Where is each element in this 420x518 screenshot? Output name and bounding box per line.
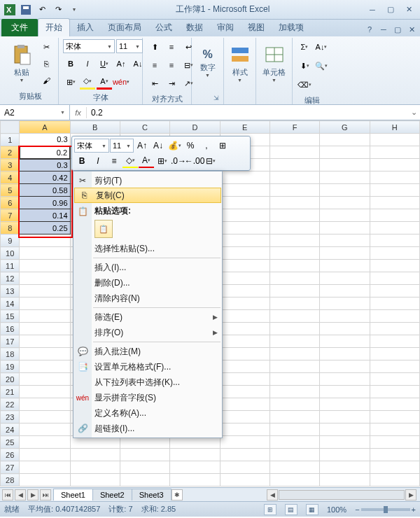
cell-A7[interactable]: 0.14 bbox=[20, 209, 70, 222]
mini-bold[interactable]: B bbox=[74, 154, 90, 168]
cell-G11[interactable] bbox=[320, 260, 370, 272]
zoom-in[interactable]: + bbox=[412, 505, 416, 514]
paste-option-default[interactable]: 📋 bbox=[94, 220, 113, 238]
menu-clear[interactable]: 清除内容(N) bbox=[74, 290, 222, 306]
menu-format-cells[interactable]: 📑设置单元格格式(F)... bbox=[74, 359, 222, 374]
cell-A9[interactable] bbox=[20, 234, 70, 247]
cell-A3[interactable]: 0.3 bbox=[20, 159, 70, 172]
cell-G16[interactable] bbox=[320, 323, 370, 335]
close-workbook-button[interactable]: ✕ bbox=[405, 22, 419, 36]
font-color-button[interactable]: A▾ bbox=[97, 74, 112, 90]
menu-paste-special[interactable]: 选择性粘贴(S)... bbox=[74, 241, 222, 256]
help-button[interactable]: ? bbox=[363, 22, 377, 36]
row-header-9[interactable]: 9 bbox=[1, 234, 20, 247]
redo-button[interactable]: ↷ bbox=[51, 3, 65, 17]
cell-E25[interactable] bbox=[220, 436, 270, 449]
cell-F2[interactable] bbox=[270, 146, 319, 159]
row-header-6[interactable]: 6 bbox=[1, 197, 20, 209]
mini-align[interactable]: ≡ bbox=[106, 154, 122, 168]
select-all-corner[interactable] bbox=[1, 121, 20, 134]
phonetic-button[interactable]: wén▾ bbox=[113, 74, 129, 90]
cell-E12[interactable] bbox=[220, 272, 270, 285]
cell-H27[interactable] bbox=[370, 461, 419, 474]
cell-H28[interactable] bbox=[370, 474, 419, 486]
cell-H17[interactable] bbox=[370, 335, 419, 348]
column-header-E[interactable]: E bbox=[220, 121, 270, 134]
cell-A15[interactable] bbox=[20, 310, 70, 323]
view-page-break[interactable]: ▦ bbox=[306, 504, 318, 515]
paste-button[interactable]: 粘贴 ▼ bbox=[7, 39, 36, 87]
row-header-24[interactable]: 24 bbox=[1, 424, 20, 436]
menu-insert-comment[interactable]: 💬插入批注(M) bbox=[74, 344, 222, 359]
cell-H16[interactable] bbox=[370, 323, 419, 335]
row-header-5[interactable]: 5 bbox=[1, 184, 20, 197]
sheet-nav-last[interactable]: ⏭ bbox=[40, 489, 51, 500]
menu-delete[interactable]: 删除(D)... bbox=[74, 275, 222, 290]
mini-percent[interactable]: % bbox=[183, 139, 198, 153]
cell-A14[interactable] bbox=[20, 298, 70, 310]
row-header-11[interactable]: 11 bbox=[1, 260, 20, 272]
row-header-23[interactable]: 23 bbox=[1, 411, 20, 424]
cell-G1[interactable] bbox=[320, 134, 370, 146]
cell-F9[interactable] bbox=[270, 234, 319, 247]
row-header-12[interactable]: 12 bbox=[1, 272, 20, 285]
tab-layout[interactable]: 页面布局 bbox=[101, 19, 148, 36]
cell-G3[interactable] bbox=[320, 159, 370, 172]
row-header-18[interactable]: 18 bbox=[1, 348, 20, 360]
mini-italic[interactable]: I bbox=[90, 154, 106, 168]
cell-C26[interactable] bbox=[120, 449, 169, 461]
format-painter-button[interactable]: 🖌 bbox=[38, 73, 54, 88]
cell-A22[interactable] bbox=[20, 398, 70, 411]
tab-insert[interactable]: 插入 bbox=[70, 19, 101, 36]
cell-F16[interactable] bbox=[270, 323, 319, 335]
font-name-select[interactable]: 宋体▼ bbox=[63, 39, 115, 53]
menu-define-name[interactable]: 定义名称(A)... bbox=[74, 405, 222, 421]
cell-G7[interactable] bbox=[320, 209, 370, 222]
underline-button[interactable]: U▾ bbox=[97, 56, 112, 71]
cell-G10[interactable] bbox=[320, 247, 370, 260]
cell-E4[interactable] bbox=[220, 172, 270, 184]
new-sheet-button[interactable]: ✱ bbox=[172, 489, 183, 500]
cell-H4[interactable] bbox=[370, 172, 419, 184]
cell-E16[interactable] bbox=[220, 323, 270, 335]
cell-H14[interactable] bbox=[370, 298, 419, 310]
find-button[interactable]: 🔍▾ bbox=[314, 58, 329, 74]
excel-icon[interactable]: X bbox=[3, 3, 17, 17]
cell-A21[interactable] bbox=[20, 386, 70, 398]
cell-F17[interactable] bbox=[270, 335, 319, 348]
cell-H5[interactable] bbox=[370, 184, 419, 197]
row-header-20[interactable]: 20 bbox=[1, 373, 20, 386]
fill-button[interactable]: ⬇▾ bbox=[297, 58, 312, 74]
cell-E6[interactable] bbox=[220, 197, 270, 209]
qat-dropdown[interactable]: ▼ bbox=[67, 3, 81, 17]
cell-F25[interactable] bbox=[270, 436, 319, 449]
cell-H13[interactable] bbox=[370, 285, 419, 298]
indent-increase-button[interactable]: ⇥ bbox=[164, 76, 179, 91]
row-header-13[interactable]: 13 bbox=[1, 285, 20, 298]
cell-G2[interactable] bbox=[320, 146, 370, 159]
sheet-tab-2[interactable]: Sheet2 bbox=[92, 489, 132, 500]
cell-F10[interactable] bbox=[270, 247, 319, 260]
cell-F20[interactable] bbox=[270, 373, 319, 386]
mini-merge[interactable]: ⊟▾ bbox=[203, 154, 218, 168]
view-normal[interactable]: ⊞ bbox=[264, 504, 276, 515]
minimize-button[interactable]: ─ bbox=[364, 4, 381, 16]
menu-sort[interactable]: 排序(O)▶ bbox=[74, 325, 222, 340]
cell-H26[interactable] bbox=[370, 449, 419, 461]
cell-H2[interactable] bbox=[370, 146, 419, 159]
cell-G20[interactable] bbox=[320, 373, 370, 386]
hscroll-left[interactable]: ◀ bbox=[267, 489, 278, 500]
cell-F3[interactable] bbox=[270, 159, 319, 172]
copy-button[interactable]: ⎘ bbox=[38, 56, 54, 71]
cell-G18[interactable] bbox=[320, 348, 370, 360]
column-header-G[interactable]: G bbox=[320, 121, 370, 134]
cell-E21[interactable] bbox=[220, 386, 270, 398]
cell-F15[interactable] bbox=[270, 310, 319, 323]
cell-A4[interactable]: 0.42 bbox=[20, 172, 70, 184]
cell-E17[interactable] bbox=[220, 335, 270, 348]
sheet-nav-prev[interactable]: ◀ bbox=[15, 489, 26, 500]
cell-F23[interactable] bbox=[270, 411, 319, 424]
tab-view[interactable]: 视图 bbox=[241, 19, 272, 36]
cell-G9[interactable] bbox=[320, 234, 370, 247]
cell-A6[interactable]: 0.96 bbox=[20, 197, 70, 209]
